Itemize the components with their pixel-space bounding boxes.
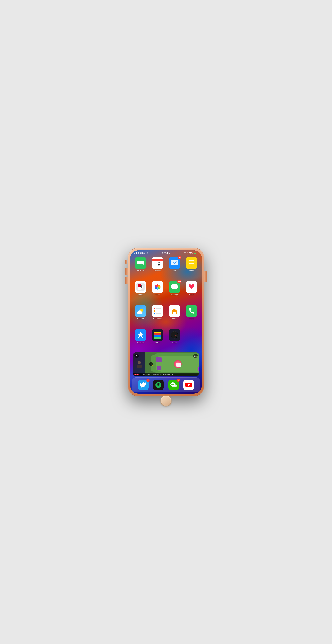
bar3 <box>136 253 136 254</box>
home-screen: 中国移动 3:15 PM <box>130 250 202 394</box>
wechat-badge: 1 <box>177 378 180 382</box>
app-health[interactable]: Health <box>184 281 199 303</box>
appstore-svg <box>137 331 144 339</box>
reminder-row-1 <box>154 308 161 309</box>
location-icon <box>184 252 186 254</box>
wallet-icon <box>152 329 163 341</box>
app-weather[interactable]: Weather <box>133 305 148 327</box>
reminder-row-3 <box>154 313 161 314</box>
battery-percent: 62% <box>189 252 193 254</box>
svg-rect-36 <box>174 312 175 314</box>
weather-svg <box>136 307 145 315</box>
svg-rect-13 <box>189 264 193 265</box>
carrier-name: 中国移动 <box>138 252 145 254</box>
svg-rect-9 <box>187 258 196 267</box>
status-bar: 中国移动 3:15 PM <box>130 250 202 256</box>
app-calendar[interactable]: WED 19 Calendar <box>150 257 165 279</box>
svg-point-26 <box>171 284 178 290</box>
app-wallet[interactable]: Wallet <box>150 329 165 351</box>
app-reminders[interactable]: Reminders <box>150 305 165 327</box>
messages-svg <box>171 283 178 291</box>
phone-device: 中国移动 3:15 PM <box>128 248 204 396</box>
app-clock[interactable]: 12 3 6 9 Clock <box>167 329 182 351</box>
app-mail[interactable]: 27 Mail <box>167 257 182 279</box>
svg-rect-52 <box>194 356 195 357</box>
reminders-inner <box>152 305 163 317</box>
svg-rect-49 <box>137 364 142 368</box>
app-phone[interactable]: Phone <box>184 305 199 327</box>
widget-close-button[interactable]: ✕ <box>134 354 139 358</box>
app-facetime[interactable]: FaceTime <box>133 257 148 279</box>
health-icon <box>186 281 197 293</box>
photos-label: Photos <box>155 294 160 296</box>
svg-line-4 <box>187 252 187 253</box>
spotify-svg <box>155 381 162 388</box>
reminders-label: Reminders <box>153 318 162 320</box>
mail-svg <box>171 260 178 266</box>
calendar-icon: WED 19 <box>152 257 163 269</box>
mail-badge: 27 <box>178 256 181 259</box>
svg-text:N: N <box>139 284 142 288</box>
dot-red <box>154 308 155 309</box>
volume-down-button[interactable] <box>125 277 128 284</box>
news-svg: N <box>136 283 145 291</box>
line-2 <box>156 311 161 311</box>
silent-switch[interactable] <box>125 260 127 264</box>
widget-expand-button[interactable] <box>193 354 198 358</box>
youtube-svg <box>184 380 193 389</box>
svg-rect-6 <box>137 261 142 264</box>
wallet-inner <box>152 329 163 341</box>
dock-wechat[interactable]: 1 <box>168 380 179 390</box>
wechat-icon: 1 <box>168 380 179 390</box>
battery-fill <box>194 253 196 254</box>
status-left: 中国移动 <box>134 252 148 254</box>
phone-label: Phone <box>189 318 194 320</box>
svg-point-48 <box>138 361 141 364</box>
power-button[interactable] <box>204 272 207 282</box>
status-right: 62% <box>184 252 198 254</box>
svg-rect-10 <box>189 260 194 261</box>
app-messages[interactable]: 259 Messages <box>167 281 182 303</box>
home-button-area <box>130 394 202 407</box>
svg-rect-51 <box>196 355 196 356</box>
app-news[interactable]: N News <box>133 281 148 303</box>
home-button[interactable] <box>161 396 171 406</box>
svg-rect-11 <box>189 262 194 262</box>
app-appstore[interactable]: App Store <box>133 329 148 351</box>
dock: 1 <box>132 378 200 392</box>
dock-youtube[interactable] <box>183 380 194 390</box>
reminder-row-2 <box>154 310 161 312</box>
battery-indicator: 62% <box>189 252 198 254</box>
svg-rect-12 <box>189 263 194 264</box>
phone-icon <box>186 305 197 317</box>
health-label: Health <box>189 294 194 296</box>
dock-twitter[interactable]: 1 <box>138 380 149 390</box>
game-stream-widget[interactable]: 15 15 ✕ LIVE The first <box>133 352 199 376</box>
clock-label: Clock <box>172 342 177 344</box>
svg-point-62 <box>175 386 176 386</box>
live-text: The first team to get completely Jinxed … <box>140 374 198 375</box>
facetime-svg <box>137 259 144 266</box>
map-building-3 <box>157 366 161 370</box>
volume-up-button[interactable] <box>125 268 128 274</box>
notes-icon <box>186 257 197 269</box>
spotify-icon <box>153 380 164 390</box>
dot-orange <box>154 310 155 312</box>
svg-rect-53 <box>196 356 196 357</box>
app-photos[interactable]: Photos <box>150 281 165 303</box>
app-notes[interactable]: Notes <box>184 257 199 279</box>
messages-label: Messages <box>171 294 179 296</box>
map-white-zone <box>176 363 181 367</box>
reminders-icon <box>152 305 163 317</box>
dock-spotify[interactable] <box>153 380 164 390</box>
svg-point-60 <box>174 386 174 386</box>
facetime-icon <box>135 257 146 269</box>
app-grid: FaceTime WED 19 Calendar 27 <box>130 256 202 352</box>
timer-badge-left: 15 <box>149 362 153 366</box>
expand-icon <box>194 354 197 357</box>
dot-blue <box>154 313 155 314</box>
app-home[interactable]: Home <box>167 305 182 327</box>
svg-point-57 <box>172 384 173 385</box>
photos-icon <box>152 281 163 293</box>
calendar-label: Calendar <box>154 270 161 272</box>
